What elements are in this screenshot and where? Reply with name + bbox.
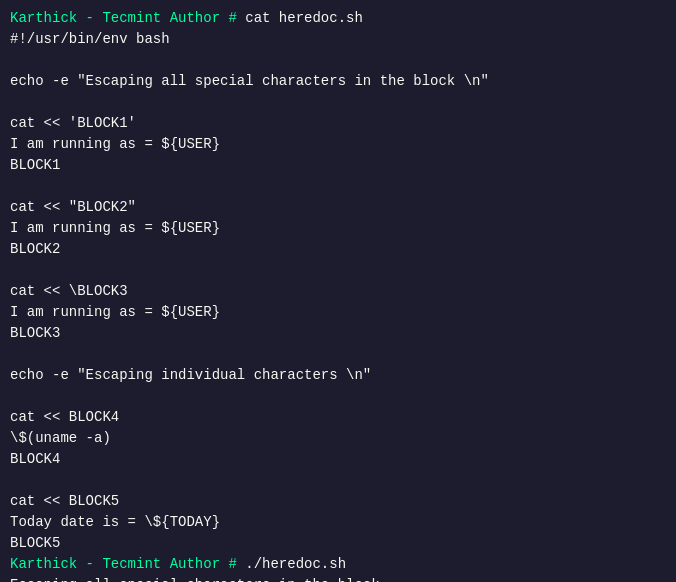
prompt-1: Karthick - Tecmint Author # [10,10,245,26]
line-23 [10,470,666,491]
line-10: cat << "BLOCK2" [10,197,666,218]
line-2: #!/usr/bin/env bash [10,29,666,50]
line-20: cat << BLOCK4 [10,407,666,428]
line-3 [10,50,666,71]
line-7: I am running as = ${USER} [10,134,666,155]
line-28: Escaping all special characters in the b… [10,575,666,582]
line-15: I am running as = ${USER} [10,302,666,323]
line-26: BLOCK5 [10,533,666,554]
line-6: cat << 'BLOCK1' [10,113,666,134]
terminal: Karthick - Tecmint Author # cat heredoc.… [0,0,676,582]
line-19 [10,386,666,407]
command-2: ./heredoc.sh [245,556,346,572]
line-9 [10,176,666,197]
line-5 [10,92,666,113]
line-22: BLOCK4 [10,449,666,470]
line-27: Karthick - Tecmint Author # ./heredoc.sh [10,554,666,575]
line-11: I am running as = ${USER} [10,218,666,239]
line-21: \$(uname -a) [10,428,666,449]
line-13 [10,260,666,281]
command-1: cat heredoc.sh [245,10,363,26]
line-24: cat << BLOCK5 [10,491,666,512]
line-17 [10,344,666,365]
line-14: cat << \BLOCK3 [10,281,666,302]
line-8: BLOCK1 [10,155,666,176]
prompt-2: Karthick - Tecmint Author # [10,556,245,572]
line-4: echo -e "Escaping all special characters… [10,71,666,92]
line-12: BLOCK2 [10,239,666,260]
line-18: echo -e "Escaping individual characters … [10,365,666,386]
line-25: Today date is = \${TODAY} [10,512,666,533]
line-16: BLOCK3 [10,323,666,344]
line-1: Karthick - Tecmint Author # cat heredoc.… [10,8,666,29]
